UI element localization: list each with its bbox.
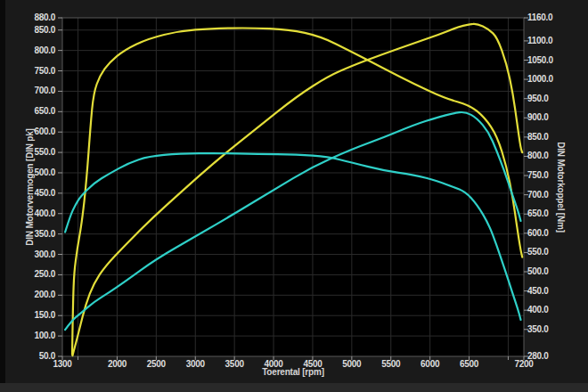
y-right-tick-label: 550.0 [527, 247, 572, 257]
y-left-tick-label: 600.0 [14, 127, 55, 137]
y-right-tick-label: 700.0 [527, 190, 572, 200]
y-right-tick-label: 850.0 [527, 132, 572, 143]
y-left-tick-label: 800.0 [14, 45, 55, 56]
x-tick-label: 2000 [97, 359, 136, 370]
x-tick-label: 3000 [176, 359, 215, 370]
y-right-tick-label: 950.0 [527, 94, 572, 104]
y-right-tick-label: 800.0 [527, 151, 572, 161]
y-left-tick-label: 850.0 [14, 25, 55, 36]
y-left-tick-label: 550.0 [14, 147, 55, 158]
x-tick-label: 5000 [332, 359, 372, 370]
y-axis-right-title: DIN Motorkoppel [Nm] [556, 142, 566, 233]
x-tick-label: 6500 [450, 359, 489, 370]
x-tick-label: 6000 [411, 359, 450, 370]
y-left-tick-label: 350.0 [14, 229, 55, 240]
y-left-tick-label: 300.0 [14, 249, 55, 260]
y-left-tick-label: 400.0 [14, 208, 55, 219]
y-right-tick-label: 1000.0 [527, 74, 572, 85]
x-axis-title: Toerental [rpm] [262, 367, 324, 377]
y-right-tick-label: 400.0 [527, 305, 572, 315]
y-left-tick-label: 150.0 [14, 310, 55, 321]
x-tick-label: 7200 [504, 359, 543, 370]
chart-canvas [0, 0, 588, 392]
y-left-tick-label: 250.0 [14, 269, 55, 280]
y-left-tick-label: 650.0 [14, 106, 55, 117]
window-bottom-edge [0, 383, 588, 392]
y-right-tick-label: 1160.0 [527, 12, 572, 23]
y-left-tick-label: 750.0 [14, 66, 55, 77]
y-left-tick-label: 100.0 [14, 331, 55, 341]
x-tick-label: 2500 [136, 359, 176, 370]
y-left-tick-label: 450.0 [14, 188, 55, 199]
y-axis-left-title: DIN Motorvermogen [DIN pk] [25, 128, 35, 245]
y-left-tick-label: 500.0 [14, 167, 55, 178]
y-left-tick-label: 200.0 [14, 290, 55, 300]
dyno-chart-window: 880.0850.0800.0750.0700.0650.0600.0550.0… [0, 0, 588, 392]
y-right-tick-label: 600.0 [527, 228, 572, 239]
x-tick-label: 1300 [43, 359, 82, 370]
y-right-tick-label: 1050.0 [527, 55, 572, 66]
y-left-tick-label: 700.0 [14, 86, 55, 96]
x-tick-label: 3500 [215, 359, 254, 370]
y-right-tick-label: 900.0 [527, 112, 572, 123]
y-right-tick-label: 650.0 [527, 208, 572, 219]
y-right-tick-label: 750.0 [527, 170, 572, 181]
x-tick-label: 5500 [372, 359, 411, 370]
y-left-tick-label: 880.0 [14, 12, 55, 23]
y-right-tick-label: 350.0 [527, 324, 572, 335]
y-right-tick-label: 1100.0 [527, 36, 572, 46]
y-right-tick-label: 500.0 [527, 266, 572, 277]
y-right-tick-label: 450.0 [527, 286, 572, 297]
